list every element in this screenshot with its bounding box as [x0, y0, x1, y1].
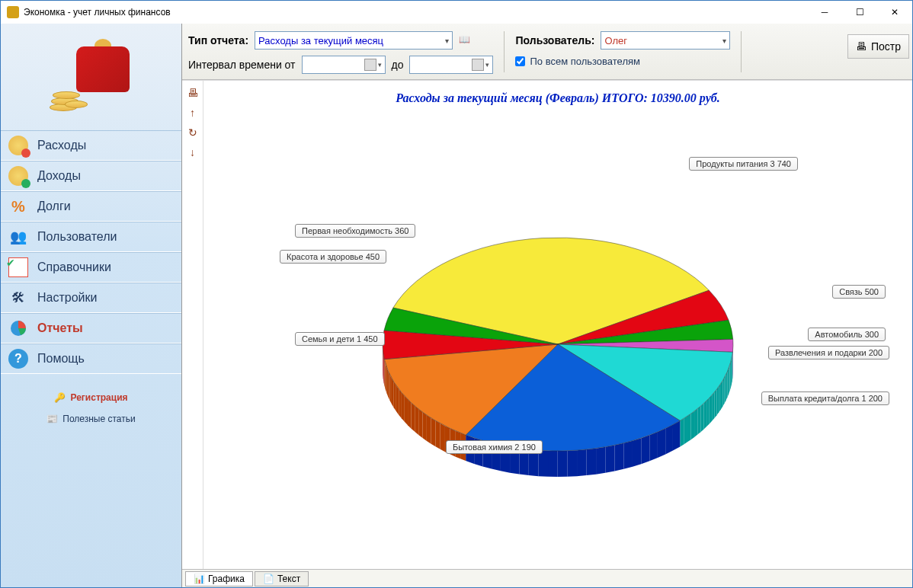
user-select[interactable]: Олег ▾: [601, 31, 730, 50]
list-check-icon: [8, 257, 28, 277]
slice-label: Автомобиль 300: [808, 328, 886, 341]
sidebar-item-dictionaries[interactable]: Справочники: [1, 252, 181, 283]
toolbar: Тип отчета: Расходы за текущий месяц ▾ 📖…: [182, 24, 912, 80]
arrow-up-icon[interactable]: ↑: [187, 107, 199, 119]
slice-label: Бытовая химия 2 190: [446, 440, 543, 454]
users-icon: 👥: [8, 227, 28, 247]
registration-link[interactable]: 🔑 Регистрация: [54, 392, 127, 403]
chart-zone: Расходы за текущий месяц (Февраль) ИТОГО…: [203, 81, 912, 569]
book-icon[interactable]: 📖: [459, 34, 473, 46]
report-side-tools: 🖶 ↑ ↻ ↓: [182, 81, 203, 569]
date-to-input[interactable]: ▾: [409, 56, 493, 74]
bottom-tabs: 📊 Графика 📄 Текст: [182, 569, 912, 587]
sidebar-item-help[interactable]: ? Помощь: [1, 344, 181, 374]
all-users-checkbox[interactable]: По всем пользователям: [515, 56, 730, 67]
slice-label: Связь 500: [832, 285, 886, 299]
wallet-logo-icon: [46, 39, 137, 115]
coins-plus-icon: [8, 166, 28, 186]
sidebar-item-label: Расходы: [37, 139, 86, 152]
chevron-down-icon: ▾: [445, 37, 449, 45]
sidebar-item-label: Пользователи: [37, 230, 117, 244]
chart-title: Расходы за текущий месяц (Февраль) ИТОГО…: [203, 91, 912, 105]
slice-label: Красота и здоровье 450: [280, 250, 386, 264]
sidebar-item-label: Доходы: [37, 169, 81, 183]
sidebar: Расходы Доходы % Долги 👥 Пользователи Сп…: [1, 24, 182, 587]
slice-label: Продукты питания 3 740: [689, 157, 798, 171]
sidebar-item-label: Настройки: [37, 291, 97, 305]
sidebar-item-income[interactable]: Доходы: [1, 161, 181, 191]
sidebar-item-users[interactable]: 👥 Пользователи: [1, 222, 181, 252]
text-icon: 📄: [263, 574, 274, 584]
interval-label: Интервал времени от: [188, 59, 296, 71]
newspaper-icon: 📰: [46, 414, 58, 424]
build-report-button[interactable]: 🖶 Постр: [847, 34, 909, 59]
tab-text[interactable]: 📄 Текст: [255, 571, 309, 586]
pie-chart: [344, 192, 771, 497]
percent-icon: %: [8, 197, 28, 216]
articles-link[interactable]: 📰 Полезные статьи: [46, 414, 135, 424]
sidebar-item-debts[interactable]: % Долги: [1, 191, 181, 222]
user-label: Пользователь:: [515, 34, 594, 46]
slice-label: Развлечения и подарки 200: [768, 346, 889, 360]
sidebar-item-label: Помощь: [37, 352, 85, 366]
maximize-button[interactable]: ☐: [842, 1, 877, 24]
date-from-input[interactable]: ▾: [302, 56, 386, 74]
sidebar-item-reports[interactable]: Отчеты: [1, 313, 181, 344]
sidebar-item-label: Долги: [37, 200, 71, 213]
help-icon: ?: [8, 349, 28, 369]
calendar-icon: [364, 59, 376, 71]
sidebar-item-label: Отчеты: [37, 321, 83, 335]
tab-graphics[interactable]: 📊 Графика: [185, 571, 253, 586]
refresh-icon[interactable]: ↻: [187, 126, 199, 139]
sidebar-item-label: Справочники: [37, 260, 111, 274]
print-icon[interactable]: 🖶: [187, 87, 199, 99]
chevron-down-icon: ▾: [485, 61, 489, 69]
app-icon: [7, 6, 19, 18]
sidebar-item-settings[interactable]: 🛠 Настройки: [1, 283, 181, 313]
pie-chart-icon: [8, 318, 28, 338]
coins-minus-icon: [8, 136, 28, 155]
calendar-icon: [472, 59, 484, 71]
close-button[interactable]: ✕: [877, 1, 912, 24]
report-type-label: Тип отчета:: [188, 34, 248, 46]
slice-label: Семья и дети 1 450: [295, 332, 385, 346]
window-title: Экономка - учет личных финансов: [24, 7, 807, 18]
key-icon: 🔑: [54, 392, 66, 403]
titlebar: Экономка - учет личных финансов ─ ☐ ✕: [1, 1, 912, 24]
report-type-select[interactable]: Расходы за текущий месяц ▾: [255, 31, 453, 50]
logo-area: [1, 24, 181, 130]
arrow-down-icon[interactable]: ↓: [187, 146, 199, 158]
build-icon: 🖶: [856, 40, 867, 53]
slice-label: Первая необходимость 360: [295, 224, 415, 238]
chart-icon: 📊: [194, 574, 205, 584]
chevron-down-icon: ▾: [722, 37, 726, 45]
minimize-button[interactable]: ─: [807, 1, 842, 24]
slice-label: Выплата кредита/долга 1 200: [761, 391, 889, 405]
tools-icon: 🛠: [8, 288, 28, 308]
interval-to-label: до: [392, 59, 404, 71]
chevron-down-icon: ▾: [378, 61, 382, 69]
sidebar-item-expenses[interactable]: Расходы: [1, 130, 181, 161]
